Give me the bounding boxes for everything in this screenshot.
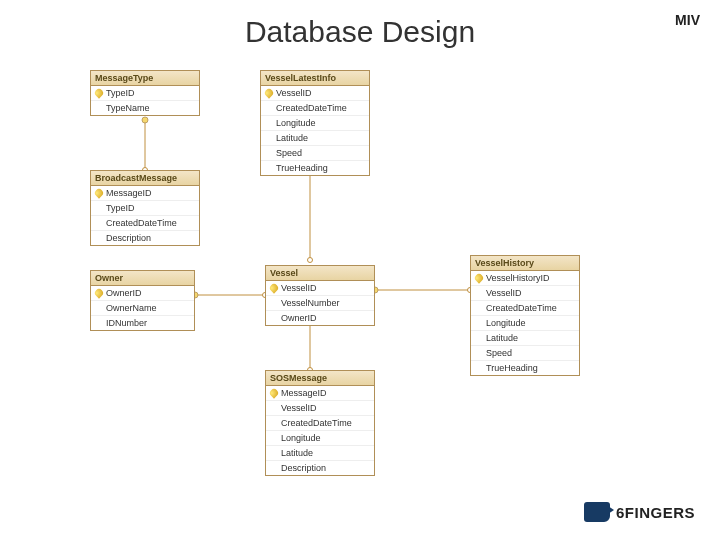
col-name: TrueHeading [486,363,538,373]
col-name: TypeID [106,203,135,213]
table-row: OwnerID [91,286,194,301]
table-vessel: Vessel VesselID VesselNumber OwnerID [265,265,375,326]
table-row: Description [266,461,374,475]
table-row: VesselID [266,401,374,416]
pk-icon [93,287,104,298]
pk-icon [93,187,104,198]
pk-icon [268,282,279,293]
table-row: CreatedDateTime [266,416,374,431]
col-name: Speed [486,348,512,358]
col-name: Latitude [276,133,308,143]
table-vessel-latest-info: VesselLatestInfo VesselID CreatedDateTim… [260,70,370,176]
table-row: MessageID [266,386,374,401]
pk-icon [268,387,279,398]
table-row: Latitude [261,131,369,146]
table-message-type: MessageType TypeID TypeName [90,70,200,116]
table-header: VesselHistory [471,256,579,271]
table-row: Longitude [471,316,579,331]
col-name: Speed [276,148,302,158]
table-header: Vessel [266,266,374,281]
table-row: Longitude [266,431,374,446]
table-row: Latitude [471,331,579,346]
col-name: CreatedDateTime [276,103,347,113]
table-row: IDNumber [91,316,194,330]
corner-label: MIV [675,12,700,28]
col-name: Description [106,233,151,243]
table-row: TypeName [91,101,199,115]
table-header: VesselLatestInfo [261,71,369,86]
col-name: VesselID [486,288,522,298]
table-row: OwnerName [91,301,194,316]
table-header: BroadcastMessage [91,171,199,186]
table-row: OwnerID [266,311,374,325]
table-header: Owner [91,271,194,286]
table-row: CreatedDateTime [91,216,199,231]
col-name: CreatedDateTime [281,418,352,428]
table-row: CreatedDateTime [471,301,579,316]
col-name: TypeName [106,103,150,113]
col-name: TypeID [106,88,135,98]
table-row: MessageID [91,186,199,201]
table-row: VesselID [471,286,579,301]
col-name: Longitude [281,433,321,443]
table-header: MessageType [91,71,199,86]
pk-icon [93,87,104,98]
table-row: VesselHistoryID [471,271,579,286]
col-name: MessageID [106,188,152,198]
col-name: MessageID [281,388,327,398]
col-name: VesselID [281,403,317,413]
table-row: VesselNumber [266,296,374,311]
table-row: Speed [471,346,579,361]
table-row: VesselID [266,281,374,296]
table-broadcast-message: BroadcastMessage MessageID TypeID Create… [90,170,200,246]
table-row: Description [91,231,199,245]
col-name: OwnerID [281,313,317,323]
col-name: IDNumber [106,318,147,328]
table-row: TypeID [91,86,199,101]
diagram-canvas: MessageType TypeID TypeName BroadcastMes… [70,70,650,530]
table-row: TrueHeading [471,361,579,375]
col-name: Latitude [486,333,518,343]
col-name: Latitude [281,448,313,458]
pk-icon [473,272,484,283]
col-name: OwnerName [106,303,157,313]
table-row: VesselID [261,86,369,101]
table-header: SOSMessage [266,371,374,386]
table-row: CreatedDateTime [261,101,369,116]
table-row: Speed [261,146,369,161]
brand-logo: 6FINGERS [584,502,695,522]
col-name: TrueHeading [276,163,328,173]
pk-icon [263,87,274,98]
col-name: CreatedDateTime [486,303,557,313]
table-vessel-history: VesselHistory VesselHistoryID VesselID C… [470,255,580,376]
col-name: VesselHistoryID [486,273,550,283]
col-name: Longitude [486,318,526,328]
table-sos-message: SOSMessage MessageID VesselID CreatedDat… [265,370,375,476]
page-title: Database Design [0,15,720,49]
col-name: VesselID [281,283,317,293]
col-name: Description [281,463,326,473]
col-name: VesselNumber [281,298,340,308]
table-row: Longitude [261,116,369,131]
col-name: OwnerID [106,288,142,298]
table-row: TypeID [91,201,199,216]
brand-text: 6FINGERS [616,504,695,521]
col-name: CreatedDateTime [106,218,177,228]
col-name: Longitude [276,118,316,128]
hand-icon [584,502,610,522]
table-row: TrueHeading [261,161,369,175]
table-row: Latitude [266,446,374,461]
col-name: VesselID [276,88,312,98]
table-owner: Owner OwnerID OwnerName IDNumber [90,270,195,331]
